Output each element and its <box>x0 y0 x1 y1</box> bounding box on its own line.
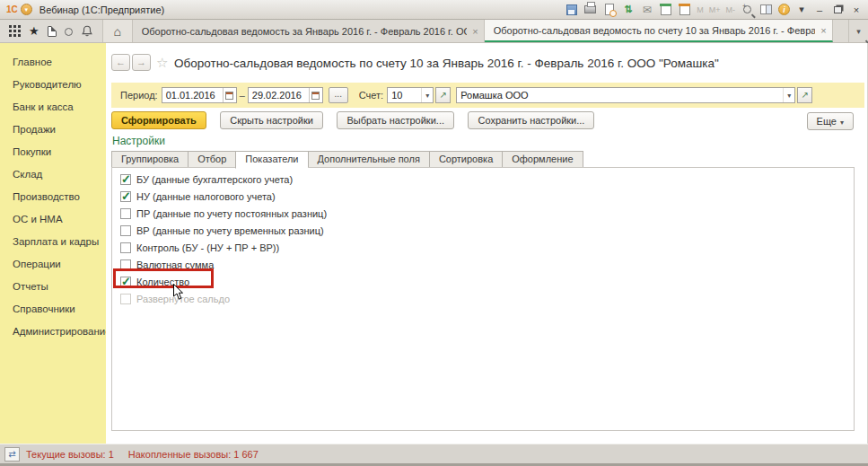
tab-additional-fields[interactable]: Дополнительные поля <box>308 151 429 168</box>
checkbox-control[interactable]: Контроль (БУ - (НУ + ПР + ВР)) <box>120 239 854 256</box>
app-window: 1С ▾ Вебинар (1С:Предприятие) ⇅ ✉ M M+ M… <box>0 0 868 466</box>
sidebar-item-main[interactable]: Главное <box>0 51 106 74</box>
search-icon[interactable] <box>65 23 73 40</box>
generate-button[interactable]: Сформировать <box>111 111 206 129</box>
minimize-icon[interactable]: – <box>813 4 826 15</box>
sidebar-item-manager[interactable]: Руководителю <box>0 74 106 96</box>
close-icon[interactable]: × <box>850 4 863 15</box>
mail-icon[interactable]: ✉ <box>640 3 653 16</box>
checkbox-pr[interactable]: ПР (данные по учету постоянных разниц) <box>120 205 854 222</box>
sidebar-item-directories[interactable]: Справочники <box>0 298 106 321</box>
chevron-down-icon[interactable]: ▾ <box>421 88 433 102</box>
sidebar-item-operations[interactable]: Операции <box>0 253 106 276</box>
zoom-icon[interactable] <box>741 3 754 16</box>
date-to-value[interactable]: 29.02.2016 <box>249 90 309 101</box>
checkbox-currency-amount[interactable]: Валютная сумма <box>120 256 854 273</box>
sidebar-item-sales[interactable]: Продажи <box>0 119 106 141</box>
sidebar-item-purchases[interactable]: Покупки <box>0 141 106 163</box>
report-header: ← → ☆ Оборотно-сальдовая ведомость по сч… <box>106 43 867 83</box>
forward-button[interactable]: → <box>132 54 151 71</box>
calendar-icon[interactable] <box>659 3 672 16</box>
sidebar-item-fixed-assets[interactable]: ОС и НМА <box>0 208 106 231</box>
calendar-picker-icon[interactable] <box>309 88 322 102</box>
tab-home[interactable]: ⌂ <box>102 20 133 42</box>
sidebar-item-bank-cash[interactable]: Банк и касса <box>0 96 106 119</box>
tab-grouping[interactable]: Группировка <box>111 151 188 168</box>
tab-indicators[interactable]: Показатели <box>235 151 307 169</box>
checkbox-bu[interactable]: БУ (данные бухгалтерского учета) <box>120 171 854 188</box>
tab-sorting[interactable]: Сортировка <box>429 151 502 168</box>
favorite-star-icon[interactable]: ☆ <box>156 55 168 71</box>
info-icon[interactable]: i <box>778 4 790 15</box>
chevron-down-icon[interactable]: ▾ <box>783 88 794 102</box>
checkbox-vr[interactable]: ВР (данные по учету временных разниц) <box>120 222 854 239</box>
settings-tabs: Группировка Отбор Показатели Дополнитель… <box>111 151 583 168</box>
performance-calls-icon[interactable]: ⇄ <box>4 447 20 462</box>
hide-settings-button[interactable]: Скрыть настройки <box>220 111 323 129</box>
tab-label: Оборотно-сальдовая ведомость по счету 10… <box>494 25 816 36</box>
filter-bar: Период: 01.01.2016 – 29.02.2016 ... Счет… <box>111 83 864 108</box>
main-content: ← → ☆ Оборотно-сальдовая ведомость по сч… <box>106 43 868 444</box>
checkbox-icon[interactable] <box>120 225 131 236</box>
checkbox-expanded-balance: Развернутое сальдо <box>120 290 854 307</box>
account-field[interactable]: 10 ▾ <box>387 87 434 103</box>
checkbox-checked-icon[interactable] <box>120 174 131 185</box>
calendar-picker-icon[interactable] <box>223 88 236 102</box>
sidebar-item-reports[interactable]: Отчеты <box>0 276 106 298</box>
collapse-icon[interactable]: ▾ <box>795 4 808 15</box>
checkbox-icon[interactable] <box>120 208 131 219</box>
tab-list-chevron-icon[interactable]: ▾ <box>848 20 868 42</box>
tab-close-icon[interactable]: × <box>820 25 826 36</box>
page-title: Оборотно-сальдовая ведомость по счету 10… <box>174 57 719 70</box>
date-from-field[interactable]: 01.01.2016 <box>162 87 237 103</box>
tab-close-icon[interactable]: × <box>472 26 478 37</box>
date-from-value[interactable]: 01.01.2016 <box>162 90 223 101</box>
date-to-field[interactable]: 29.02.2016 <box>248 87 323 103</box>
checkbox-nu[interactable]: НУ (данные налогового учета) <box>120 188 854 205</box>
split-view-icon[interactable] <box>759 3 773 16</box>
account-value[interactable]: 10 <box>388 90 421 101</box>
organization-value[interactable]: Ромашка ООО <box>457 90 783 101</box>
sidebar-item-warehouse[interactable]: Склад <box>0 163 106 186</box>
accumulated-calls-text: Накопленные вызовы: 1 667 <box>128 449 259 460</box>
back-button[interactable]: ← <box>111 54 130 71</box>
window-title: Вебинар (1С:Предприятие) <box>39 4 164 15</box>
choose-period-button[interactable]: ... <box>329 87 348 103</box>
tab-filter[interactable]: Отбор <box>188 151 235 168</box>
sidebar-item-salary-hr[interactable]: Зарплата и кадры <box>0 231 106 253</box>
main-menu-icon[interactable]: ▾ <box>21 4 32 15</box>
print-preview-icon[interactable] <box>602 3 616 16</box>
open-organization-icon[interactable]: ↗ <box>797 87 812 103</box>
memory-mminus-icon[interactable]: M- <box>726 3 736 16</box>
history-icon[interactable] <box>48 26 57 37</box>
tab-formatting[interactable]: Оформление <box>502 151 583 168</box>
checkbox-quantity[interactable]: Количество <box>120 273 854 290</box>
annotation-highlight-box <box>113 268 214 288</box>
more-label: Еще <box>817 116 837 127</box>
tab-report-osv-account-10[interactable]: Оборотно-сальдовая ведомость по счету 10… <box>485 20 833 42</box>
sync-icon[interactable]: ⇅ <box>621 3 635 16</box>
calculator-icon[interactable] <box>678 3 691 16</box>
notifications-bell-icon[interactable] <box>81 24 93 38</box>
memory-m-icon[interactable]: M <box>697 3 704 16</box>
open-account-icon[interactable]: ↗ <box>435 87 451 103</box>
account-label: Счет: <box>359 90 383 101</box>
home-icon: ⌂ <box>113 24 120 39</box>
choose-settings-button[interactable]: Выбрать настройки... <box>337 111 454 129</box>
checkbox-icon[interactable] <box>120 242 131 253</box>
sidebar-item-production[interactable]: Производство <box>0 186 106 208</box>
more-button[interactable]: Еще▾ <box>807 112 854 130</box>
favorites-icon[interactable]: ★ <box>29 25 39 37</box>
print-icon[interactable] <box>583 3 597 16</box>
sidebar-item-administration[interactable]: Администрирование <box>0 321 106 343</box>
tab-report-osv[interactable]: Оборотно-сальдовая ведомость за Январь 2… <box>133 20 485 42</box>
memory-mplus-icon[interactable]: M+ <box>709 3 721 16</box>
all-functions-grid-icon[interactable] <box>9 25 21 37</box>
organization-field[interactable]: Ромашка ООО ▾ <box>456 87 795 103</box>
save-icon[interactable] <box>565 3 578 16</box>
save-settings-button[interactable]: Сохранить настройки... <box>468 111 594 129</box>
mouse-cursor <box>172 283 184 304</box>
restore-icon[interactable] <box>831 3 845 16</box>
quick-toolbar: ★ <box>0 20 102 42</box>
checkbox-checked-icon[interactable] <box>120 191 131 202</box>
